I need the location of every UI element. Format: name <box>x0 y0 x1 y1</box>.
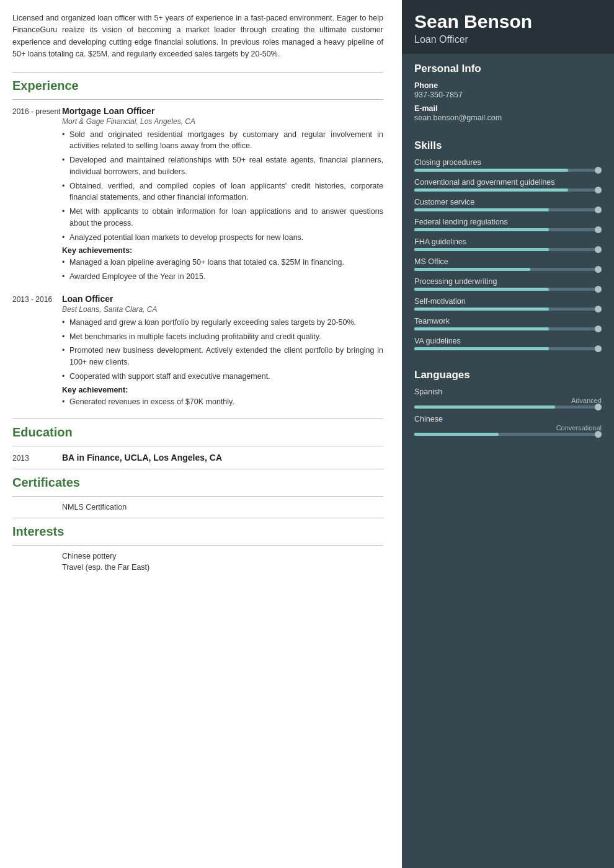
skill-bar-bg-2 <box>414 208 602 211</box>
skill-item-8: Teamwork <box>414 317 602 330</box>
skill-bar-bg-8 <box>414 327 602 330</box>
divider-interests-2 <box>12 545 383 546</box>
exp-company-1: Best Loans, Santa Clara, CA <box>62 305 383 314</box>
skill-bar-dot-2 <box>595 206 602 213</box>
skill-bar-dot-7 <box>595 306 602 312</box>
skill-bar-bg-5 <box>414 268 602 271</box>
divider-interests <box>12 518 383 518</box>
skill-bar-dot-5 <box>595 266 602 273</box>
skill-bar-dot-9 <box>595 345 602 352</box>
edu-detail-0: BA in Finance, UCLA, Los Angeles, CA <box>62 453 222 463</box>
lang-name-1: Chinese <box>414 415 602 423</box>
exp-bullet-1-3: Cooperated with support staff and execut… <box>62 371 383 383</box>
skill-bar-fill-9 <box>414 347 549 350</box>
edu-year-0: 2013 <box>12 453 62 463</box>
lang-bar-bg-0 <box>414 405 602 409</box>
skill-bar-dot-0 <box>595 167 602 174</box>
skill-name-0: Closing procedures <box>414 158 602 167</box>
education-section-title: Education <box>12 425 383 440</box>
candidate-name: Sean Benson <box>414 11 602 32</box>
personal-info-section: Personal Info Phone 937-350-7857 E-mail … <box>402 54 614 131</box>
languages-section: Languages SpanishAdvancedChineseConversa… <box>402 360 614 446</box>
skill-item-4: FHA guidelines <box>414 237 602 251</box>
skill-item-5: MS Office <box>414 257 602 271</box>
divider-experience <box>12 72 383 73</box>
interest-spacer-0 <box>12 552 62 560</box>
interests-container: Chinese potteryTravel (esp. the Far East… <box>12 552 383 572</box>
divider-certificates <box>12 469 383 469</box>
skills-label: Skills <box>414 140 602 152</box>
skill-name-1: Conventional and government guidelines <box>414 178 602 187</box>
skill-item-3: Federal lending regulations <box>414 218 602 231</box>
experience-block-0: 2016 - presentMortgage Loan OfficerMort … <box>12 106 383 285</box>
cert-name-0: NMLS Certification <box>62 503 127 512</box>
skill-item-1: Conventional and government guidelines <box>414 178 602 192</box>
skill-bar-fill-3 <box>414 228 549 231</box>
key-achievement-label-1: Key achievement: <box>62 386 383 394</box>
skill-name-5: MS Office <box>414 257 602 266</box>
skills-section: Skills Closing proceduresConventional an… <box>402 131 614 360</box>
exp-bullet-0-1: Developed and maintained relationships w… <box>62 154 383 178</box>
skills-container: Closing proceduresConventional and gover… <box>414 158 602 350</box>
divider-certificates-2 <box>12 496 383 497</box>
divider-education-2 <box>12 446 383 446</box>
email-value: sean.benson@gmail.com <box>414 113 602 122</box>
exp-title-0: Mortgage Loan Officer <box>62 106 383 116</box>
interest-spacer-1 <box>12 563 62 572</box>
skill-item-7: Self-motivation <box>414 297 602 311</box>
lang-bar-dot-1 <box>595 431 602 438</box>
skill-bar-bg-6 <box>414 288 602 291</box>
skill-name-7: Self-motivation <box>414 297 602 306</box>
experience-container: 2016 - presentMortgage Loan OfficerMort … <box>12 106 383 410</box>
skill-bar-bg-0 <box>414 169 602 172</box>
interest-block-1: Travel (esp. the Far East) <box>12 563 383 572</box>
phone-label: Phone <box>414 81 602 90</box>
certificates-container: NMLS Certification <box>12 503 383 512</box>
skill-name-2: Customer service <box>414 198 602 206</box>
exp-key-bullet-1-0: Generated revenues in excess of $70K mon… <box>62 396 383 408</box>
exp-bullets-0: Sold and originated residential mortgage… <box>62 129 383 244</box>
lang-item-0: SpanishAdvanced <box>414 388 602 409</box>
exp-key-bullet-0-1: Awarded Employee of the Year in 2015. <box>62 271 383 283</box>
exp-bullet-1-1: Met benchmarks in multiple facets includ… <box>62 331 383 343</box>
lang-bar-fill-1 <box>414 433 499 436</box>
divider-experience-2 <box>12 99 383 100</box>
exp-bullet-0-4: Analyzed potential loan markets to devel… <box>62 232 383 244</box>
skill-bar-fill-0 <box>414 169 568 172</box>
languages-container: SpanishAdvancedChineseConversational <box>414 388 602 436</box>
lang-bar-bg-1 <box>414 433 602 436</box>
skill-item-9: VA guidelines <box>414 337 602 350</box>
skill-bar-bg-1 <box>414 188 602 192</box>
exp-bullet-0-2: Obtained, verified, and compiled copies … <box>62 180 383 204</box>
skill-bar-dot-6 <box>595 286 602 293</box>
certificates-section-title: Certificates <box>12 476 383 490</box>
skill-bar-fill-7 <box>414 308 549 311</box>
skill-bar-bg-9 <box>414 347 602 350</box>
lang-name-0: Spanish <box>414 388 602 396</box>
exp-bullet-1-2: Promoted new business development. Activ… <box>62 345 383 368</box>
skill-bar-dot-8 <box>595 326 602 332</box>
right-header: Sean Benson Loan Officer <box>402 0 614 54</box>
lang-level-1: Conversational <box>414 424 602 432</box>
interest-block-0: Chinese pottery <box>12 552 383 560</box>
exp-bullet-0-3: Met with applicants to obtain informatio… <box>62 206 383 229</box>
divider-education <box>12 418 383 419</box>
exp-company-0: Mort & Gage Financial, Los Angeles, CA <box>62 117 383 126</box>
skill-bar-dot-1 <box>595 187 602 193</box>
skill-name-6: Processing underwriting <box>414 277 602 286</box>
lang-item-1: ChineseConversational <box>414 415 602 436</box>
right-column: Sean Benson Loan Officer Personal Info P… <box>402 0 614 868</box>
skill-item-6: Processing underwriting <box>414 277 602 291</box>
interest-name-0: Chinese pottery <box>62 552 117 560</box>
skill-bar-bg-3 <box>414 228 602 231</box>
skill-bar-fill-2 <box>414 208 549 211</box>
exp-bullets-1: Managed and grew a loan portfolio by reg… <box>62 317 383 383</box>
exp-key-bullet-0-0: Managed a loan pipeline averaging 50+ lo… <box>62 257 383 268</box>
key-achievement-label-0: Key achievements: <box>62 246 383 255</box>
cert-block-0: NMLS Certification <box>12 503 383 512</box>
personal-info-label: Personal Info <box>414 63 602 75</box>
skill-name-4: FHA guidelines <box>414 237 602 246</box>
lang-bar-fill-0 <box>414 405 555 409</box>
skill-bar-dot-3 <box>595 226 602 233</box>
exp-bullet-0-0: Sold and originated residential mortgage… <box>62 129 383 153</box>
